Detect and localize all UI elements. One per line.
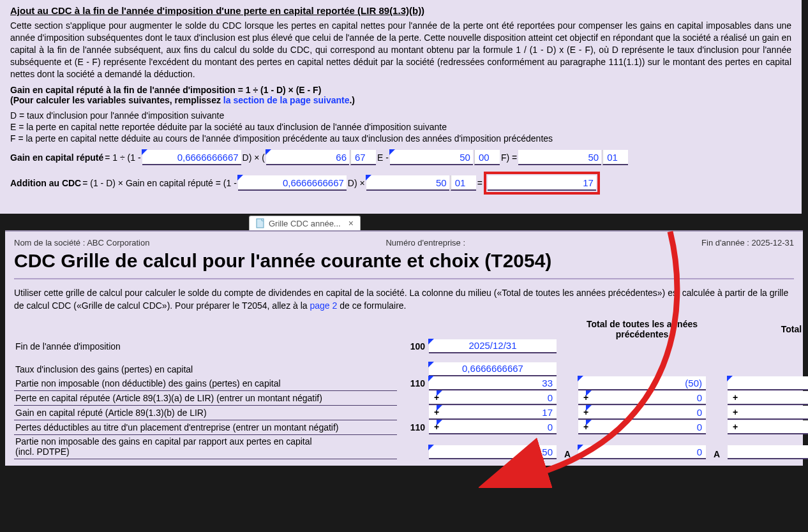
field-f-dec[interactable]: 00 [474, 150, 500, 165]
field-addition-result[interactable]: 17 [488, 175, 596, 191]
tab-bar: Grille CDC année... × [249, 214, 402, 230]
row-pertes110-label: Pertes déductibles au titre d'un placeme… [14, 420, 397, 435]
row-pertes110-v3[interactable]: +0 [728, 420, 808, 434]
calc-row-addition: Addition au CDC = (1 - D) × Gain en capi… [10, 172, 791, 195]
page-2-link[interactable]: page 2 [310, 300, 338, 311]
row-110-v3[interactable]: (17) [728, 376, 808, 390]
bottom-section: Nom de la société : ABC Corporation Numé… [5, 230, 803, 466]
row-gain-label: Gain en capital réputé (Article 89(1.3)(… [14, 406, 397, 420]
company-name: Nom de la société : ABC Corporation [14, 238, 149, 248]
def-f: F = la perte en capital nette déduite au… [10, 133, 791, 144]
business-number: Numéro d'entreprise : [385, 238, 465, 248]
row-100-label: Fin de l'année d'imposition [14, 339, 397, 353]
result-highlight: 17 [484, 172, 600, 195]
next-page-link[interactable]: la section de la page suivante [223, 95, 350, 105]
section-title: Ajout au CDC à la fin de l'année d'impos… [10, 5, 791, 16]
formula-line-2: (Pour calculer les variables suivantes, … [10, 95, 791, 105]
letter-a-2: A [706, 449, 728, 459]
txt: = [477, 178, 483, 188]
row-gain-v1[interactable]: +17 [429, 406, 557, 420]
calc-row-gain: Gain en capital réputé = 1 ÷ (1 - 0,6666… [10, 150, 791, 165]
row-pertes110-num: 110 [397, 422, 429, 432]
gain-eq: = 1 ÷ (1 - [105, 152, 140, 163]
col-mid-header: Total de toutes les années précédentes [578, 319, 706, 339]
field-res-int[interactable]: 50 [518, 150, 601, 165]
letter-a-1: A [557, 449, 578, 459]
def-e: E = la perte en capital nette reportée d… [10, 122, 791, 132]
field-d[interactable]: 0,6666666667 [142, 150, 241, 165]
txt: E - [377, 152, 389, 163]
def-d: D = taux d'inclusion pour l'année d'impo… [10, 110, 791, 121]
row-partie-v2[interactable]: 0 [578, 445, 706, 459]
field-e-dec[interactable]: 67 [350, 150, 376, 165]
row-100-val[interactable]: 2025/12/31 [429, 339, 557, 353]
row-gain-v3[interactable]: +17 [728, 406, 808, 420]
row-pertes110-v1[interactable]: +0 [429, 420, 557, 434]
row-partie-v3[interactable]: 0 [728, 445, 808, 459]
row-partie-v1[interactable]: 50 [429, 445, 557, 459]
row-perte-v3[interactable]: +0 [728, 391, 808, 405]
divider [14, 278, 794, 279]
row-perte-v1[interactable]: +0 [429, 391, 557, 405]
row-110-num: 110 [397, 378, 429, 388]
formula-prefix: (Pour calculer les variables suivantes, … [10, 95, 223, 105]
calc-grid: Total de toutes les années précédentes T… [14, 319, 794, 460]
row-110-v1[interactable]: 33 [429, 376, 557, 390]
row-incl-label: Taux d'inclusion des gains (pertes) en c… [14, 362, 397, 376]
field-d2[interactable]: 0,6666666667 [238, 175, 347, 191]
formula-suffix: .) [349, 95, 355, 105]
intro-text: Utiliser cette grille de calcul pour cal… [14, 287, 794, 312]
header-row: Nom de la société : ABC Corporation Numé… [14, 238, 794, 248]
year-end: Fin d'année : 2025-12-31 [701, 238, 794, 248]
row-110-label: Partie non imposable (non déductible) de… [14, 376, 397, 391]
row-gain-v2[interactable]: +0 [578, 406, 706, 420]
intro-paragraph: Cette section s'applique pour augmenter … [10, 20, 791, 80]
row-perte-label: Perte en capital réputée (Article 89(1.3… [14, 391, 397, 406]
close-icon[interactable]: × [348, 218, 354, 228]
txt: F) = [501, 152, 517, 163]
intro-b: de ce formulaire. [337, 300, 406, 311]
top-section: Ajout au CDC à la fin de l'année d'impos… [0, 0, 802, 214]
row-pertes110-v2[interactable]: +0 [578, 420, 706, 434]
tab-grille-cdc[interactable]: Grille CDC année... × [249, 216, 361, 230]
addition-label: Addition au CDC [10, 178, 81, 188]
gain-label: Gain en capital réputé [10, 152, 103, 163]
field-e-int[interactable]: 66 [266, 150, 349, 165]
row-perte-v2[interactable]: +0 [578, 391, 706, 405]
col-right-header: Total [728, 324, 808, 334]
field-g-dec[interactable]: 01 [451, 175, 476, 191]
row-partie-label: Partie non imposable des gains en capita… [14, 435, 397, 460]
field-f-int[interactable]: 50 [390, 150, 473, 165]
txt: D) × [348, 178, 365, 188]
txt: D) × ( [243, 152, 265, 163]
addition-eq: = (1 - D) × Gain en capital réputé = (1 … [82, 178, 237, 188]
document-icon [256, 218, 265, 228]
field-g-int[interactable]: 50 [366, 175, 449, 191]
row-110-v2[interactable]: (50) [578, 376, 706, 390]
field-res-dec[interactable]: 01 [602, 150, 628, 165]
page-title: CDC Grille de calcul pour l'année couran… [14, 250, 794, 272]
row-100-num: 100 [397, 341, 429, 351]
formula-line-1: Gain en capital réputé à la fin de l'ann… [10, 85, 791, 95]
row-incl-val[interactable]: 0,6666666667 [429, 362, 557, 376]
tab-label: Grille CDC année... [269, 219, 341, 228]
